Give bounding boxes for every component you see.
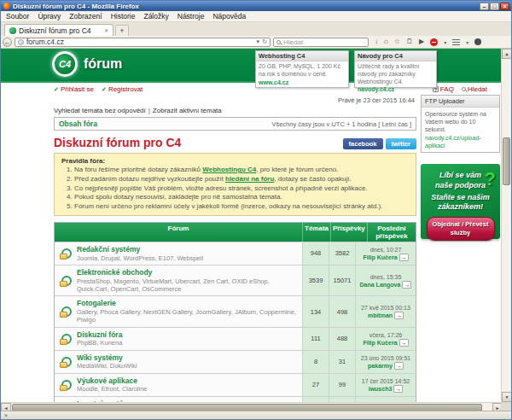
addon-bar-close-icon[interactable]: × [4,412,8,419]
c4-logo-icon: C4 [52,51,78,77]
bookmark-star-icon[interactable]: ☆ [394,38,400,46]
url-dropdown-icon[interactable]: ▾ [257,38,260,45]
scroll-up-icon[interactable]: ▲ [502,49,512,59]
last-post-user-link[interactable]: mbitman [368,312,393,319]
reader-list-icon[interactable] [452,39,460,45]
download-icon[interactable]: ↓ [375,38,378,46]
rule-item: Fórum není určeno pro reklamní účely v j… [74,202,409,212]
forum-link[interactable]: Elektronické obchody [77,268,299,277]
new-tab-button[interactable]: + [115,25,129,36]
toolbar-overflow-icon[interactable]: ▾ [466,39,468,45]
forum-with-subfolder-icon [61,380,72,390]
last-post-arrow-icon[interactable]: → [393,385,403,393]
menu-nastroje[interactable]: Nástroje [177,12,205,20]
minimize-button[interactable]: – [480,3,489,10]
last-post-user-link[interactable]: Filip Kučera [363,254,397,261]
forum-row: Elektronické obchody PrestaShop, Magento… [55,265,416,295]
posts-count: 498 [329,296,355,326]
back-button[interactable]: ← [3,38,12,47]
rule-link-search[interactable]: hledání na fóru [225,175,274,183]
facebook-button[interactable]: facebook [343,138,383,149]
twitter-button[interactable]: twitter [386,138,417,149]
ftp-uploader-box: FTP Uploader Opensource systém na Vašem … [421,95,500,153]
navigation-bar: ← ▾ ↻ ↓ ⌂ ☆ 🗒 ▶ ▾ ▾ [1,36,511,49]
site-identity-icon[interactable] [18,39,24,45]
close-button[interactable]: × [500,3,509,10]
forum-row: Inzertní systémy Osclass 17 50 09 čer 20… [55,396,416,402]
tab-favicon [9,27,16,34]
scroll-down-icon[interactable]: ▼ [502,392,512,402]
order-services-button[interactable]: Objednat / Převést služby [427,217,495,241]
last-post-user-link[interactable]: pakarmy [368,362,393,370]
last-post-user-link[interactable]: Filip Kučera [363,339,397,347]
clipboard-icon[interactable]: 🗒 [406,38,413,46]
tab-active[interactable]: Diskuzní fórum pro C4 × [4,24,113,36]
menu-napoveda[interactable]: Nápověda [212,12,246,20]
last-post-user-link[interactable]: Dana Langová [360,281,401,289]
search-input[interactable] [283,38,365,46]
site-logo[interactable]: C4 fórum [52,51,122,77]
menu-zalozky[interactable]: Záložky [143,12,168,20]
header-topics: Témata [302,223,330,242]
forum-search-link[interactable]: Hledat [462,85,487,93]
main-content: Diskuzní fórum pro C4 facebook twitter P… [54,136,416,402]
board-index-link[interactable]: Obsah fóra [59,120,97,128]
last-post-date: dnes, 10:27 [370,246,402,254]
promo-webhosting-link[interactable]: www.c4.cz [256,79,348,85]
forum-link[interactable]: Wiki systémy [77,353,137,363]
last-post-arrow-icon[interactable]: → [399,339,409,347]
send-icon[interactable]: ▶ [419,38,424,46]
reload-icon[interactable]: ↻ [262,38,267,45]
current-time-text: Právě je 23 čer 2015 16:44 [54,96,415,104]
board-index-bar: Obsah fóra Všechny časy jsou v UTC + 1 h… [54,117,416,131]
rule-item: Pokud spolu dotazy nesouvisí, zakládejte… [74,193,409,202]
unanswered-topics-link[interactable]: Vyhledat témata bez odpovědí [54,107,146,114]
menu-upravy[interactable]: Úpravy [38,12,61,20]
forum-link[interactable]: Diskuzní fóra [77,330,122,340]
last-post-user-link[interactable]: iwusch3 [369,385,393,393]
tab-bar: Diskuzní fórum pro C4 × + [1,22,511,36]
menu-historie[interactable]: Historie [111,12,136,20]
ghostery-icon[interactable] [474,38,481,45]
home-icon[interactable]: ⌂ [384,38,388,46]
last-post-date: včera, 17:26 [369,331,403,339]
forum-row: Diskuzní fóra PhpBB, Kunena 111 488 včer… [55,327,416,350]
promo-navody-link[interactable]: navody.c4.cz [355,86,436,92]
menu-soubor[interactable]: Soubor [6,12,29,20]
tab-close-icon[interactable]: × [104,26,108,34]
register-link[interactable]: ✔ Registrovat [102,85,143,93]
search-bar[interactable] [273,38,369,47]
active-topics-link[interactable]: Zobrazit aktivní témata [153,107,222,114]
login-link[interactable]: ✔ Přihlásit se [54,85,94,93]
last-post-date: dnes, 15:35 [370,273,402,281]
url-input[interactable] [26,38,254,46]
menu-zobrazeni[interactable]: Zobrazení [69,12,102,20]
topics-count: 3539 [302,265,329,295]
last-post-arrow-icon[interactable]: → [394,312,404,319]
vertical-scrollbar[interactable]: ▲ ▼ [501,49,511,402]
posts-count: 15071 [329,265,355,295]
last-post-arrow-icon[interactable]: → [402,281,411,289]
forum-with-subfolder-icon [61,306,72,317]
adblock-icon[interactable] [430,38,438,46]
forum-link[interactable]: Výukové aplikace [77,376,148,386]
last-post-arrow-icon[interactable]: → [394,362,404,370]
adblock-dropdown-icon[interactable]: ▾ [444,39,446,45]
vertical-scrollbar-thumb[interactable] [503,137,510,185]
forum-with-subfolder-icon [61,357,72,367]
ftp-uploader-link[interactable]: navody.c4.cz/upload-aplikaci [425,134,496,149]
forum-row: Výukové aplikace Moodle, Efront, Claroli… [55,373,416,396]
forum-link[interactable]: Fotogalerie [77,299,299,308]
url-bar[interactable]: ▾ ↻ [15,38,271,47]
last-post-arrow-icon[interactable]: → [399,254,409,261]
maximize-button[interactable]: □ [490,3,499,10]
forum-link[interactable]: Redakční systémy [77,245,203,254]
browser-window: Diskuzní fórum pro C4 - Mozilla Firefox … [0,0,512,420]
rule-link-webhosting[interactable]: Webhostingu C4 [202,166,256,173]
forum-table: Fórum Témata Příspěvky Poslední příspěve… [54,222,416,402]
toolbar-icons: ↓ ⌂ ☆ 🗒 ▶ ▾ ▾ [375,38,481,46]
header-posts: Příspěvky [330,223,367,242]
last-post-date: 27 kvě 2015 00:13 [361,304,410,312]
topics-count: 27 [302,374,329,396]
page-viewport: C4 fórum Webhosting C4 20 GB, PHP, MySQL… [1,49,503,402]
